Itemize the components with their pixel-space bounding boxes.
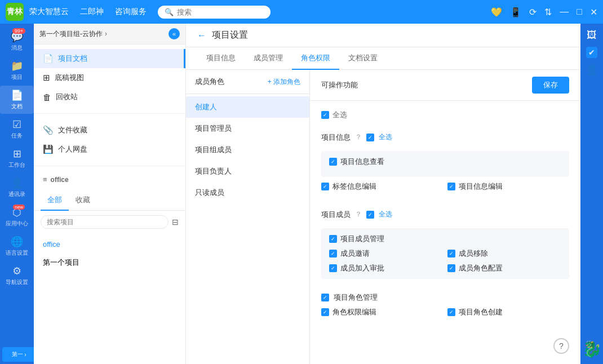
save-button[interactable]: 保存 [532, 77, 569, 94]
add-role-button[interactable]: + 添加角色 [268, 77, 300, 87]
sidebar-item-message[interactable]: 💬 99+ 消息 [0, 27, 34, 55]
tab-role-permission[interactable]: 角色权限 [292, 47, 339, 70]
app-logo[interactable]: 青林 [6, 3, 24, 21]
sidebar-item-thumbnail[interactable]: ⊞ 底稿视图 [34, 68, 185, 87]
tab-doc-settings[interactable]: 文档设置 [339, 47, 387, 70]
mobile-icon[interactable]: 📱 [510, 7, 521, 17]
project-doc-label: 项目文档 [58, 54, 87, 64]
sidebar-item-appcenter[interactable]: ⬡ new 应用中心 [0, 203, 34, 231]
note-icon[interactable]: 💛 [491, 7, 502, 17]
checkbox-tag-edit[interactable] [321, 183, 329, 190]
section-header-project-info: 项目信息 ？ 全选 [321, 123, 569, 151]
label-remove: 成员移除 [459, 248, 488, 259]
maximize-icon[interactable]: □ [577, 7, 582, 17]
trash-label: 回收站 [56, 92, 78, 102]
search-bar[interactable]: 🔍 [158, 6, 271, 19]
bottom-item[interactable]: 第一 › [2, 347, 36, 362]
section-select-all-label-1: 全选 [379, 205, 392, 224]
checkbox-remove[interactable] [447, 250, 455, 258]
breadcrumb-arrow: › [105, 30, 107, 38]
minimize-icon[interactable]: — [560, 7, 569, 17]
label-tag-edit: 标签信息编辑 [332, 181, 376, 192]
tab-member-management[interactable]: 成员管理 [245, 47, 292, 70]
second-sidebar: 第一个项目组-云协作 › « 📄 项目文档 ⊞ 底稿视图 🗑 回收站 📎 文件 [34, 24, 186, 364]
bottom-nav: 第一 › [0, 345, 34, 364]
permission-header: 可操作功能 保存 [310, 70, 580, 101]
nav-erlang[interactable]: 二郎神 [80, 7, 104, 17]
label-role-perm-edit: 角色权限编辑 [332, 307, 376, 317]
checkbox-role-create[interactable] [447, 308, 455, 316]
checkbox-role-perm-edit[interactable] [321, 308, 329, 316]
role-item-creator[interactable]: 创建人 [186, 96, 309, 118]
sidebar-item-language[interactable]: 🌐 语言设置 [0, 232, 34, 260]
search-input[interactable] [177, 8, 261, 16]
section-label-project-info: 项目信息 [321, 132, 351, 143]
project-label: 项目 [11, 73, 23, 81]
project-section: ≡ office [34, 168, 185, 190]
group-checkbox-0[interactable] [329, 158, 337, 166]
role-item-readonly[interactable]: 只读成员 [186, 182, 309, 203]
checkbox-invite[interactable] [329, 250, 337, 258]
collapse-button[interactable]: « [169, 28, 180, 39]
filter-button[interactable]: ⊟ [172, 217, 179, 227]
close-icon[interactable]: ✕ [590, 7, 597, 17]
sidebar-item-trash[interactable]: 🗑 回收站 [34, 87, 185, 106]
far-right-icon-2[interactable]: 👤 [586, 64, 598, 76]
contacts-label: 通讯录 [8, 190, 25, 198]
tab-project-info[interactable]: 项目信息 [197, 47, 245, 70]
project-doc-icon: 📄 [43, 54, 54, 64]
section-select-all-checkbox-0[interactable] [366, 134, 374, 141]
section-header-project-members: 项目成员 ？ 全选 [321, 201, 569, 228]
far-right-icon-0[interactable]: 🖼 [587, 29, 597, 41]
project-item-office[interactable]: office [34, 236, 185, 253]
sidebar-item-project[interactable]: 📁 项目 [0, 56, 34, 85]
select-all-row: 全选 [321, 106, 569, 123]
project-section-label: office [51, 176, 69, 184]
tab-all[interactable]: 全部 [41, 190, 69, 211]
checkbox-info-edit[interactable] [447, 183, 455, 190]
sidebar-item-contacts[interactable]: 👤 通讯录 [0, 174, 34, 202]
permission-items-roles: 角色权限编辑 项目角色创建 [321, 307, 569, 317]
project-search-row: ⊟ [34, 211, 185, 233]
message-badge: 99+ [12, 28, 25, 34]
help-button[interactable]: ? [553, 338, 569, 354]
group-checkbox-1[interactable] [329, 235, 337, 243]
topbar: 青林 荣大智慧云 二郎神 咨询服务 🔍 💛 📱 ⟳ ⇅ — □ ✕ [0, 0, 603, 24]
appcenter-label: 应用中心 [6, 220, 28, 228]
sidebar-item-file-collect[interactable]: 📎 文件收藏 [34, 121, 185, 140]
far-right-icon-3[interactable]: 🐉 [582, 340, 602, 358]
section-label-project-roles: 项目角色管理 [334, 292, 378, 303]
back-button[interactable]: ← [197, 30, 206, 41]
permission-item-role-config: 成员角色配置 [447, 263, 561, 273]
checkbox-role-config[interactable] [447, 264, 455, 272]
sidebar-item-project-doc[interactable]: 📄 项目文档 [34, 49, 185, 68]
tab-collect[interactable]: 收藏 [69, 190, 97, 211]
sidebar-item-task[interactable]: ☑ 任务 [0, 115, 34, 143]
global-select-all-label: 全选 [332, 110, 347, 120]
permission-item-invite: 成员邀请 [329, 248, 443, 259]
far-right-icon-1[interactable]: ✔ [586, 47, 597, 58]
checkbox-join-approve[interactable] [329, 264, 337, 272]
permission-panel: 可操作功能 保存 全选 项目信息 ？ [310, 70, 580, 364]
sidebar-item-workbench[interactable]: ⊞ 工作台 [0, 144, 34, 172]
section-select-all-checkbox-1[interactable] [366, 211, 374, 219]
transfer-icon[interactable]: ⇅ [544, 7, 552, 17]
section-checkbox-roles[interactable] [321, 294, 329, 301]
sidebar-header: 第一个项目组-云协作 › « [34, 24, 185, 45]
sidebar-item-navsettings[interactable]: ⚙ 导航设置 [0, 261, 34, 290]
thumbnail-icon: ⊞ [43, 73, 50, 83]
project-search-input[interactable] [41, 215, 169, 229]
nav-consult[interactable]: 咨询服务 [115, 7, 147, 17]
new-badge: new [13, 205, 25, 210]
section-question-icon-0: ？ [355, 132, 362, 142]
global-select-all-checkbox[interactable] [321, 111, 329, 119]
role-item-manager[interactable]: 项目管理员 [186, 118, 309, 139]
thumbnail-label: 底稿视图 [55, 73, 84, 83]
role-item-leader[interactable]: 项目负责人 [186, 161, 309, 182]
refresh-icon[interactable]: ⟳ [529, 7, 537, 17]
sidebar-item-document[interactable]: 📄 文档 [0, 86, 34, 114]
project-item-first[interactable]: 第一个项目 [34, 253, 185, 272]
permission-section-project-info: 项目信息 ？ 全选 项目信息查看 [321, 123, 569, 192]
sidebar-item-personal-disk[interactable]: 💾 个人网盘 [34, 140, 185, 159]
role-item-group-member[interactable]: 项目组成员 [186, 139, 309, 161]
